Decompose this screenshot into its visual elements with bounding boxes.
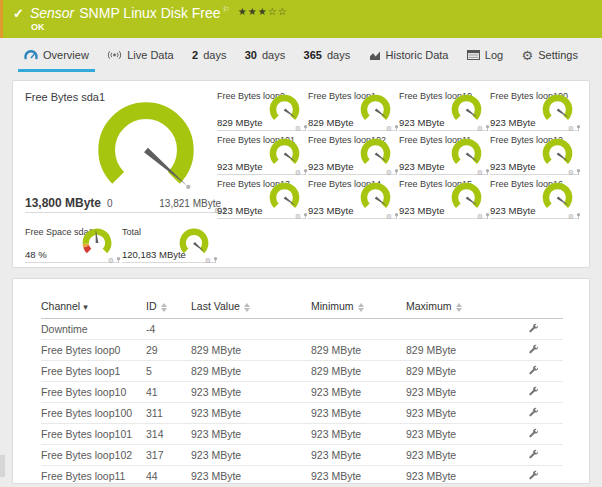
gauge-value: 829 MByte xyxy=(217,117,262,128)
mini-gauge-dial xyxy=(357,179,394,216)
primary-gauge-dial xyxy=(87,91,205,209)
channel-maximum: 829 MByte xyxy=(406,361,501,382)
tab-2-days[interactable]: 2 days xyxy=(192,38,226,72)
wrench-icon[interactable] xyxy=(527,385,538,396)
channel-last-value xyxy=(191,319,311,340)
mini-gauge-loop13[interactable]: Free Bytes loop13 923 MByte ⚙ xyxy=(217,175,306,219)
mini-gauge-loop100[interactable]: Free Bytes loop100 923 MByte ⚙ xyxy=(490,87,579,131)
channel-minimum: 923 MByte xyxy=(311,424,406,445)
table-row: Free Bytes loop0 29 829 MByte 829 MByte … xyxy=(41,340,563,361)
channel-gear-icon[interactable]: ⚙ xyxy=(568,213,574,220)
wrench-icon[interactable] xyxy=(527,322,538,333)
total-gauge[interactable]: Total 120,183 MByte ⚙ xyxy=(122,223,216,263)
tab-30-days[interactable]: 30 days xyxy=(245,38,286,72)
channel-gear-icon[interactable]: ⚙ xyxy=(205,257,211,264)
col-header-last-value[interactable]: Last Value xyxy=(191,295,311,319)
wrench-icon[interactable] xyxy=(527,364,538,375)
sort-desc-icon: ▾ xyxy=(83,302,88,312)
channel-gear-icon[interactable]: ⚙ xyxy=(108,257,114,264)
table-row: Downtime -4 xyxy=(41,319,563,340)
channel-gear-icon[interactable]: ⚙ xyxy=(295,213,301,220)
tab-label: Historic Data xyxy=(386,49,449,61)
channel-maximum: 923 MByte xyxy=(406,382,501,403)
table-header-row: Channel▾ ID Last Value Minimum Maximum xyxy=(41,295,563,319)
channel-maximum: 923 MByte xyxy=(406,466,501,487)
channel-id: 44 xyxy=(146,466,191,487)
channel-name: Downtime xyxy=(41,319,146,340)
gauge-value: 923 MByte xyxy=(490,205,535,216)
wrench-icon[interactable] xyxy=(527,448,538,459)
mini-gauge-loop11[interactable]: Free Bytes loop11 923 MByte ⚙ xyxy=(399,131,488,175)
gauge-value: 13,800 MByte xyxy=(25,196,101,210)
gauges-panel: Free Bytes sda1 13,800 MByte 0 13,821 MB… xyxy=(12,80,590,268)
channel-name: Free Bytes loop102 xyxy=(41,445,146,466)
table-row: Free Bytes loop10 41 923 MByte 923 MByte… xyxy=(41,382,563,403)
channel-name: Free Bytes loop1 xyxy=(41,361,146,382)
sort-icon xyxy=(358,303,364,312)
secondary-gauge-row: Free Space sda1 48 % ⚙ Total 120,183 MBy… xyxy=(25,223,216,263)
mini-gauge-loop101[interactable]: Free Bytes loop101 923 MByte ⚙ xyxy=(217,131,306,175)
channel-pin-icon[interactable] xyxy=(116,256,121,264)
wrench-icon[interactable] xyxy=(527,343,538,354)
gauge-scale-min: 0 xyxy=(107,198,113,209)
table-row: Free Bytes loop102 317 923 MByte 923 MBy… xyxy=(41,445,563,466)
channel-gear-icon[interactable]: ⚙ xyxy=(477,213,483,220)
wrench-icon[interactable] xyxy=(527,427,538,438)
col-header-channel[interactable]: Channel▾ xyxy=(41,295,146,319)
wrench-icon[interactable] xyxy=(527,469,538,480)
sort-icon xyxy=(244,303,250,312)
gear-icon: ⚙ xyxy=(522,49,534,62)
mini-gauge-dial xyxy=(357,135,394,172)
tab-log[interactable]: Log xyxy=(467,38,503,72)
mini-gauge-loop1[interactable]: Free Bytes loop1 829 MByte ⚙ xyxy=(308,87,397,131)
channel-table: Channel▾ ID Last Value Minimum Maximum D… xyxy=(41,295,563,487)
mini-gauge-dial xyxy=(448,91,485,128)
col-header-minimum[interactable]: Minimum xyxy=(311,295,406,319)
channel-pin-icon[interactable] xyxy=(213,256,218,264)
ok-check-icon: ✓ xyxy=(13,5,24,22)
gauge-value: 48 % xyxy=(25,249,47,260)
mini-gauge-dial xyxy=(448,179,485,216)
historic-chart-icon xyxy=(369,50,381,61)
mini-gauge-dial xyxy=(539,179,576,216)
tab-overview[interactable]: Overview xyxy=(24,38,89,72)
channel-maximum: 829 MByte xyxy=(406,340,501,361)
mini-gauge-loop0[interactable]: Free Bytes loop0 829 MByte ⚙ xyxy=(217,87,306,131)
mini-gauge-loop102[interactable]: Free Bytes loop102 923 MByte ⚙ xyxy=(308,131,397,175)
mini-gauge-loop15[interactable]: Free Bytes loop15 923 MByte ⚙ xyxy=(399,175,488,219)
free-space-gauge[interactable]: Free Space sda1 48 % ⚙ xyxy=(25,223,119,263)
mini-gauge-dial xyxy=(539,135,576,172)
mini-gauge-dial xyxy=(539,91,576,128)
flag-icon[interactable]: ⚐ xyxy=(223,5,230,15)
mini-gauge-loop10[interactable]: Free Bytes loop10 923 MByte ⚙ xyxy=(399,87,488,131)
wrench-icon[interactable] xyxy=(527,406,538,417)
col-header-id[interactable]: ID xyxy=(146,295,191,319)
mini-gauge-loop12[interactable]: Free Bytes loop12 923 MByte ⚙ xyxy=(490,131,579,175)
tab-live-data[interactable]: Live Data xyxy=(107,38,173,72)
channel-name: Free Bytes loop10 xyxy=(41,382,146,403)
tab-historic-data[interactable]: Historic Data xyxy=(369,38,449,72)
mini-gauge-loop14[interactable]: Free Bytes loop14 923 MByte ⚙ xyxy=(308,175,397,219)
gauge-value: 923 MByte xyxy=(399,117,444,128)
feedback-tab-partial[interactable] xyxy=(0,455,5,477)
primary-channel-gauge[interactable]: Free Bytes sda1 13,800 MByte 0 13,821 MB… xyxy=(25,87,217,213)
channel-pin-icon[interactable] xyxy=(576,212,581,220)
channel-gear-icon[interactable]: ⚙ xyxy=(386,213,392,220)
tab-label: days xyxy=(262,49,285,61)
mini-gauge-loop16[interactable]: Free Bytes loop16 923 MByte ⚙ xyxy=(490,175,579,219)
tab-365-days[interactable]: 365 days xyxy=(304,38,351,72)
channel-id: -4 xyxy=(146,319,191,340)
mini-gauge-grid: Free Bytes loop0 829 MByte ⚙ Free Bytes … xyxy=(217,87,585,219)
gauge-icon xyxy=(24,49,38,61)
priority-stars[interactable]: ★★★☆☆ xyxy=(238,5,288,19)
mini-gauge-dial xyxy=(266,135,303,172)
channel-name: Free Bytes loop11 xyxy=(41,466,146,487)
col-header-settings xyxy=(501,295,563,319)
channel-id: 311 xyxy=(146,403,191,424)
channel-id: 41 xyxy=(146,382,191,403)
tab-label: Settings xyxy=(538,49,578,61)
mini-gauge-dial xyxy=(266,179,303,216)
col-header-maximum[interactable]: Maximum xyxy=(406,295,501,319)
tab-label: days xyxy=(203,49,226,61)
tab-settings[interactable]: ⚙ Settings xyxy=(522,38,578,72)
